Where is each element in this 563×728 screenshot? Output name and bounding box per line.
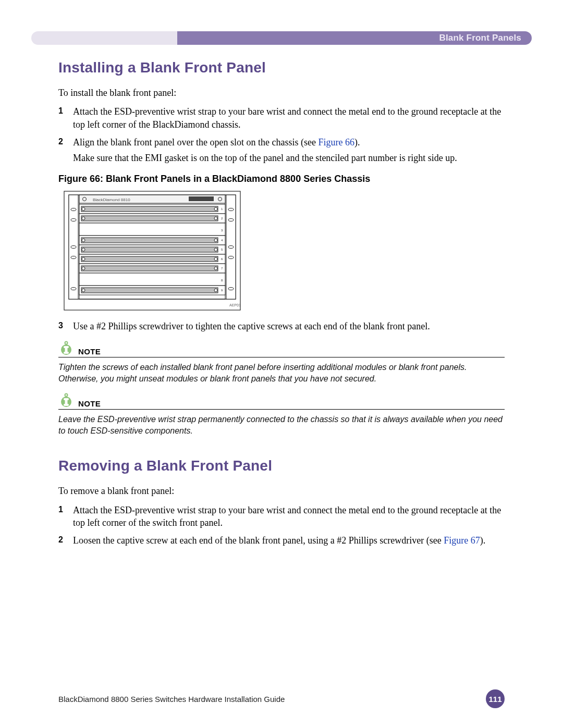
svg-point-64 (65, 393, 68, 396)
figure-reference-link[interactable]: Figure 67 (444, 535, 480, 546)
figure-caption: Figure 66: Blank Front Panels in a Black… (58, 174, 505, 184)
svg-rect-33 (81, 266, 218, 271)
svg-rect-66 (64, 398, 69, 400)
svg-point-59 (65, 341, 68, 344)
header-bar: Blank Front Panels (31, 31, 532, 45)
figure-reference-link[interactable]: Figure 66 (318, 137, 354, 147)
step-number: 2 (58, 534, 67, 547)
figure-66-chassis: BlackDiamond 8810 (64, 191, 241, 311)
step-text: Attach the ESD-preventive wrist strap to… (73, 105, 505, 131)
note-body: Tighten the screws of each installed bla… (58, 362, 505, 385)
svg-point-39 (82, 239, 85, 242)
svg-rect-62 (64, 352, 69, 354)
svg-point-11 (228, 256, 234, 259)
step-text: Align the blank front panel over the ope… (73, 136, 505, 165)
svg-point-9 (228, 246, 234, 249)
install-step-3-list: 3 Use a #2 Phillips screwdriver to tight… (58, 320, 505, 332)
svg-point-44 (214, 257, 217, 261)
footer-guide-title: BlackDiamond 8800 Series Switches Hardwa… (58, 695, 285, 704)
svg-point-13 (228, 288, 234, 290)
content: Installing a Blank Front Panel To instal… (58, 56, 505, 553)
svg-rect-67 (64, 404, 69, 406)
step-number: 1 (58, 105, 67, 131)
page-number: 111 (488, 695, 501, 704)
note-label: NOTE (78, 399, 101, 408)
svg-point-8 (71, 246, 76, 249)
svg-point-35 (82, 207, 85, 211)
step-text-post: ). (480, 535, 486, 546)
svg-rect-31 (81, 247, 218, 252)
step-text-pre: Align the blank front panel over the ope… (73, 137, 318, 147)
svg-point-6 (71, 219, 76, 221)
install-step-2: 2 Align the blank front panel over the o… (58, 136, 505, 165)
note-header: NOTE (58, 392, 505, 410)
remove-steps: 1 Attach the ESD-preventive wrist strap … (58, 504, 505, 547)
step-text-post: ). (354, 137, 360, 147)
note-header: NOTE (58, 340, 505, 357)
svg-point-38 (214, 217, 217, 220)
section-heading-remove: Removing a Blank Front Panel (58, 458, 505, 474)
header-bar-right: Blank Front Panels (177, 31, 532, 45)
svg-rect-34 (81, 288, 218, 293)
svg-point-12 (71, 288, 76, 290)
page-footer: BlackDiamond 8800 Series Switches Hardwa… (58, 689, 505, 708)
header-bar-left (31, 31, 177, 45)
svg-point-48 (214, 289, 217, 292)
chassis-diagram: BlackDiamond 8810 (64, 191, 241, 311)
step-text: Attach the ESD-preventive wrist strap to… (73, 504, 505, 529)
svg-point-41 (82, 248, 85, 251)
section-heading-install: Installing a Blank Front Panel (58, 59, 505, 76)
svg-rect-28 (81, 206, 218, 212)
svg-point-47 (82, 289, 85, 292)
svg-rect-30 (81, 238, 218, 243)
info-icon (58, 392, 74, 408)
page-number-badge: 111 (486, 689, 505, 708)
step-subtext: Make sure that the EMI gasket is on the … (73, 152, 505, 164)
install-step-3: 3 Use a #2 Phillips screwdriver to tight… (58, 320, 505, 332)
note-body: Leave the ESD-preventive wrist strap per… (58, 414, 505, 437)
install-step-1: 1 Attach the ESD-preventive wrist strap … (58, 105, 505, 131)
svg-point-40 (214, 239, 217, 242)
remove-intro: To remove a blank front panel: (58, 485, 505, 497)
svg-rect-18 (189, 196, 214, 201)
figure-asset-id: AEP018 (229, 303, 241, 307)
svg-point-43 (82, 257, 85, 261)
svg-rect-61 (64, 346, 69, 348)
step-text-pre: Loosen the captive screw at each end of … (73, 535, 444, 546)
svg-rect-26 (79, 273, 225, 286)
step-text: Use a #2 Phillips screwdriver to tighten… (73, 320, 505, 332)
install-steps: 1 Attach the ESD-preventive wrist strap … (58, 105, 505, 164)
note-block-1: NOTE Tighten the screws of each installe… (58, 340, 505, 385)
info-icon (58, 340, 74, 356)
svg-rect-21 (79, 223, 225, 236)
step-number: 1 (58, 504, 67, 529)
svg-rect-29 (81, 216, 218, 221)
svg-point-7 (228, 219, 234, 221)
install-intro: To install the blank front panel: (58, 87, 505, 99)
remove-step-2: 2 Loosen the captive screw at each end o… (58, 534, 505, 547)
svg-point-10 (71, 256, 76, 259)
svg-point-42 (214, 248, 217, 251)
svg-rect-32 (81, 256, 218, 262)
note-block-2: NOTE Leave the ESD-preventive wrist stra… (58, 392, 505, 437)
step-number: 3 (58, 320, 67, 332)
remove-step-1: 1 Attach the ESD-preventive wrist strap … (58, 504, 505, 529)
header-section-title: Blank Front Panels (439, 33, 521, 43)
step-number: 2 (58, 136, 67, 165)
svg-point-4 (71, 208, 76, 211)
svg-point-5 (228, 208, 234, 211)
step-text: Loosen the captive screw at each end of … (73, 534, 505, 547)
svg-point-36 (214, 207, 217, 211)
chassis-model-label: BlackDiamond 8810 (93, 198, 130, 202)
note-label: NOTE (78, 347, 101, 356)
svg-point-37 (82, 217, 85, 220)
svg-point-46 (214, 267, 217, 270)
svg-point-45 (82, 267, 85, 270)
page: Blank Front Panels Installing a Blank Fr… (0, 0, 563, 728)
